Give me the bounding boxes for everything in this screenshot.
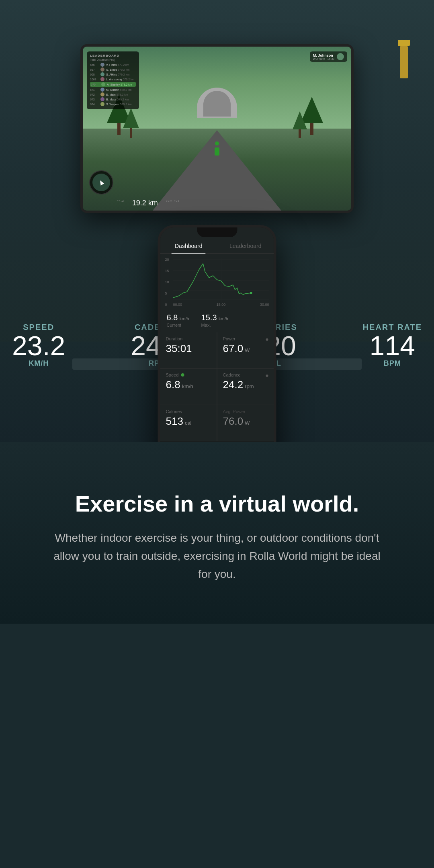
tree-right-2 bbox=[293, 111, 307, 138]
avg-power-cell: Avg. Power 76.0 W bbox=[217, 405, 274, 441]
current-speed-value: 6.8 bbox=[167, 313, 178, 322]
lb-row-2: 667 G. Blood 579.2 km bbox=[90, 68, 136, 72]
y-label-10: 10 bbox=[165, 280, 169, 284]
room-section: LEADERBOARD Total Distance (Feb) 666 V. … bbox=[0, 0, 434, 442]
x-label-end: 30:00 bbox=[260, 303, 269, 307]
tunnel-inside bbox=[203, 91, 231, 117]
leaderboard-title: LEADERBOARD bbox=[90, 54, 136, 57]
x-label-mid: 15:00 bbox=[217, 303, 226, 307]
tv-map-arrow bbox=[98, 179, 104, 185]
lb-row-8: 673 B. Moss 579.2 km bbox=[90, 97, 136, 101]
tv-map-inner bbox=[92, 174, 110, 191]
distance-value: 19.2 km bbox=[132, 199, 158, 207]
leaderboard-subtitle: Total Distance (Feb) bbox=[90, 58, 136, 61]
tv-screen: LEADERBOARD Total Distance (Feb) 666 V. … bbox=[83, 47, 351, 211]
avg-power-value: 76.0 W bbox=[223, 416, 268, 427]
cadence-dot bbox=[266, 375, 268, 377]
lb-avatar-2 bbox=[100, 68, 104, 72]
lb-avatar-5 bbox=[101, 82, 105, 86]
speed-chart-svg bbox=[173, 258, 269, 302]
max-speed-unit: km/h bbox=[219, 316, 228, 321]
power-cell: Power 67.0 W bbox=[217, 332, 274, 368]
speed-value: 23.2 bbox=[12, 332, 65, 359]
cyclist-body bbox=[215, 147, 219, 156]
lb-avatar-6 bbox=[100, 88, 104, 92]
speed-cell-unit: km/h bbox=[182, 384, 193, 389]
heartrate-value: 114 bbox=[363, 332, 422, 359]
tab-leaderboard[interactable]: Leaderboard bbox=[217, 239, 274, 253]
cyclist bbox=[211, 141, 223, 162]
subheadline: Whether indoor exercise is your thing, o… bbox=[52, 529, 382, 583]
tv-frame: LEADERBOARD Total Distance (Feb) 666 V. … bbox=[80, 44, 354, 213]
phone-notch bbox=[197, 227, 237, 237]
phone-wrapper: Dashboard Leaderboard 20 15 10 5 0 bbox=[158, 225, 276, 442]
chart-area: 20 15 10 5 0 bbox=[160, 254, 274, 310]
lb-row-7: 672 E. Main 579.2 km bbox=[90, 92, 136, 96]
tv-heartrate-stat: HEART RATE 114 BPM bbox=[363, 323, 422, 368]
power-unit: W bbox=[245, 348, 250, 353]
lamp-shade bbox=[398, 40, 410, 46]
lb-row-1: 666 V. Fields 579.2 km bbox=[90, 63, 136, 67]
text-section: Exercise in a virtual world. Whether ind… bbox=[0, 442, 434, 624]
lb-row-6: 671 M. Guertin 579.2 km bbox=[90, 88, 136, 92]
max-speed-label: Max. bbox=[201, 323, 228, 328]
chart-svg-container bbox=[173, 258, 269, 302]
tv-user-avatar bbox=[337, 53, 344, 60]
max-speed-value: 15.3 bbox=[201, 313, 217, 322]
scene-road bbox=[83, 129, 351, 211]
lb-row-5-active: 670 A. Stanley 579.2 km bbox=[90, 82, 136, 87]
tv-stat-distance: 19.2 km bbox=[132, 199, 158, 207]
time-label: 32m 40s bbox=[166, 199, 180, 202]
cadence-cell: Cadence 24.2 rpm bbox=[217, 368, 274, 404]
lb-row-4: 1668 L. Armstrong 579.2 km bbox=[90, 77, 136, 81]
y-label-15: 15 bbox=[165, 269, 169, 273]
lb-avatar-4 bbox=[100, 77, 104, 81]
calories-cell-value: 513 cal bbox=[166, 416, 211, 427]
speed-cell-label: Speed bbox=[166, 373, 211, 377]
calories-cell-unit: cal bbox=[185, 420, 192, 426]
avg-power-unit: W bbox=[245, 420, 250, 426]
lb-avatar-8 bbox=[100, 97, 104, 101]
current-speed-label: Current bbox=[167, 323, 189, 328]
cadence-cell-value: 24.2 rpm bbox=[223, 379, 268, 391]
lb-avatar-1 bbox=[100, 63, 104, 67]
x-label-start: 00:00 bbox=[173, 303, 182, 307]
calories-cell: Calories 513 cal bbox=[160, 405, 217, 441]
tv-speed-stat: SPEED 23.2 KM/H bbox=[12, 323, 65, 368]
lb-avatar-7 bbox=[100, 92, 104, 96]
power-value: 67.0 W bbox=[223, 343, 268, 354]
lb-avatar-9 bbox=[100, 102, 104, 106]
tv-stat-time: 32m 40s bbox=[166, 199, 180, 207]
tv-user-name: M. Johnson bbox=[313, 53, 334, 57]
y-label-0: 0 bbox=[165, 303, 169, 307]
tab-dashboard[interactable]: Dashboard bbox=[160, 239, 217, 253]
lb-avatar-3 bbox=[100, 72, 104, 76]
current-speed-stat: 6.8 km/h Current bbox=[167, 313, 189, 328]
lamp-body bbox=[400, 46, 408, 78]
power-label: Power bbox=[223, 336, 235, 341]
speed-cell: Speed 6.8 km/h bbox=[160, 368, 217, 404]
duration-value: 35:01 bbox=[166, 343, 211, 354]
duration-label: Duration bbox=[166, 336, 211, 341]
tv-bottom-stats: +4.2 19.2 km 32m 40s bbox=[117, 199, 180, 207]
svg-point-8 bbox=[250, 292, 252, 294]
lb-row-9: 674 S. Wagner 579.2 km bbox=[90, 102, 136, 106]
data-grid: Duration 35:01 Power 67.0 W bbox=[160, 332, 274, 441]
tv-mini-map bbox=[89, 170, 113, 194]
lamp bbox=[398, 40, 410, 78]
lb-row-3: 668 S. Atkins 579.2 km bbox=[90, 72, 136, 76]
chart-y-labels: 20 15 10 5 0 bbox=[165, 258, 169, 307]
elevation-label: +4.2 bbox=[117, 199, 124, 202]
cadence-cell-unit: rpm bbox=[245, 384, 254, 389]
tv-user-info: M. Johnson WO: 91% | 14:33 bbox=[310, 51, 347, 62]
tv-stat-elevation: +4.2 bbox=[117, 199, 124, 207]
y-label-5: 5 bbox=[165, 291, 169, 295]
avg-power-label: Avg. Power bbox=[223, 409, 268, 414]
cadence-cell-label: Cadence bbox=[223, 373, 241, 377]
tree-left-2 bbox=[123, 108, 139, 138]
speed-stats-row: 6.8 km/h Current 15.3 km/h Max. bbox=[160, 310, 274, 332]
duration-cell: Duration 35:01 bbox=[160, 332, 217, 368]
phone-screen: Dashboard Leaderboard 20 15 10 5 0 bbox=[160, 227, 274, 442]
max-speed-stat: 15.3 km/h Max. bbox=[201, 313, 228, 328]
chart-x-labels: 00:00 15:00 30:00 bbox=[173, 302, 269, 307]
